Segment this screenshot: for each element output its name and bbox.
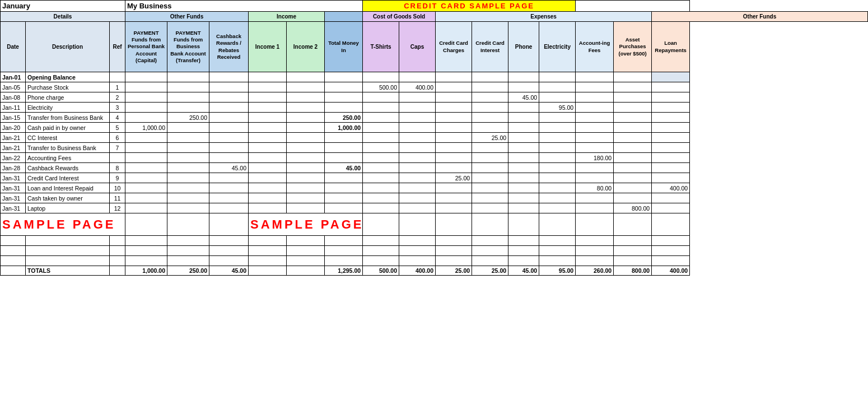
table-row: Jan-31 Cash taken by owner 11 (1, 193, 868, 203)
cell-p2 (167, 183, 209, 193)
cell-tm (325, 72, 363, 82)
cell-el (539, 173, 576, 183)
cell-lr (652, 236, 690, 246)
cell-caps: 400.00 (399, 82, 436, 92)
total-tm: 1,295.00 (325, 266, 363, 276)
cell-ccc (436, 183, 472, 193)
cell-cci (472, 256, 508, 266)
cell-caps (399, 163, 436, 173)
cell-caps (399, 123, 436, 133)
cell-cb (209, 213, 249, 236)
cell-ref (110, 153, 125, 163)
cell-i2 (287, 246, 325, 256)
cell-desc (26, 256, 110, 266)
cell-ref: 11 (110, 193, 125, 203)
cell-p1 (125, 173, 167, 183)
cell-i2 (287, 193, 325, 203)
cell-i2 (287, 153, 325, 163)
cell-ap (614, 236, 652, 246)
table-row: Jan-28 Cashback Rewards 8 45.00 45.00 (1, 163, 868, 173)
cell-af (576, 72, 614, 82)
cell-cb (209, 92, 249, 103)
cell-tm: 250.00 (325, 113, 363, 123)
col-assetpurchases: Asset Purchases (over $500) (614, 22, 652, 72)
total-p2: 250.00 (167, 266, 209, 276)
sample-text-left: SAMPLE PAGE (1, 213, 125, 236)
cell-ts (363, 133, 399, 143)
cell-caps (399, 173, 436, 183)
cell-p2 (167, 173, 209, 183)
cell-ap (614, 123, 652, 133)
cell-ap (614, 163, 652, 173)
section-details: Details (1, 12, 125, 22)
col-ccinterest: Credit Card Interest (472, 22, 508, 72)
cell-p2 (167, 246, 209, 256)
cell-desc: Transfer to Business Bank (26, 143, 110, 153)
cell-lr: 400.00 (652, 183, 690, 193)
cell-ts: 500.00 (363, 82, 399, 92)
cell-ref: 8 (110, 163, 125, 173)
cell-tm (325, 203, 363, 213)
cell-ph (508, 183, 539, 193)
cell-tm (325, 256, 363, 266)
total-ph: 45.00 (508, 266, 539, 276)
cell-desc: Cash taken by owner (26, 193, 110, 203)
cell-el (539, 82, 576, 92)
cell-ref: 3 (110, 103, 125, 113)
section-otherfunds: Other Funds (125, 12, 249, 22)
cell-p1 (125, 193, 167, 203)
cell-ph (508, 153, 539, 163)
cell-cci (472, 163, 508, 173)
cell-p2 (167, 133, 209, 143)
cell-i2 (287, 163, 325, 173)
cell-date: Jan-15 (1, 113, 26, 123)
cell-ccc (436, 143, 472, 153)
cell-cci (472, 82, 508, 92)
cell-ph (508, 133, 539, 143)
cell-af (576, 113, 614, 123)
creditcard-title: CREDIT CARD SAMPLE PAGE (363, 1, 576, 12)
cell-i1 (249, 256, 287, 266)
cell-af (576, 193, 614, 203)
cell-el (539, 236, 576, 246)
cell-i2 (287, 256, 325, 266)
cell-af (576, 213, 614, 236)
total-cb: 45.00 (209, 266, 249, 276)
cell-desc: Purchase Stock (26, 82, 110, 92)
cell-i2 (287, 236, 325, 246)
cell-ts (363, 103, 399, 113)
cell-caps (399, 236, 436, 246)
cell-ccc (436, 203, 472, 213)
cell-caps (399, 203, 436, 213)
table-row: Jan-15 Transfer from Business Bank 4 250… (1, 113, 868, 123)
cell-ref: 2 (110, 92, 125, 103)
cell-tm (325, 103, 363, 113)
table-row: Jan-31 Loan and Interest Repaid 10 80.00… (1, 183, 868, 193)
cell-ap (614, 256, 652, 266)
cell-caps (399, 193, 436, 203)
total-ccc: 25.00 (436, 266, 472, 276)
col-phone: Phone (508, 22, 539, 72)
cell-ts (363, 236, 399, 246)
cell-p1 (125, 246, 167, 256)
cell-tm (325, 183, 363, 193)
cell-ap (614, 92, 652, 103)
cell-i1 (249, 183, 287, 193)
cell-p1 (125, 72, 167, 82)
section-totalmoney (325, 12, 363, 22)
cell-af (576, 92, 614, 103)
table-row: Jan-20 Cash paid in by owner 5 1,000.00 … (1, 123, 868, 133)
cell-desc: Transfer from Business Bank (26, 113, 110, 123)
cell-cb (209, 183, 249, 193)
cell-cci (472, 193, 508, 203)
cell-date: Jan-01 (1, 72, 26, 82)
cell-cci (472, 246, 508, 256)
cell-af: 80.00 (576, 183, 614, 193)
cell-date: Jan-28 (1, 163, 26, 173)
table-row: Jan-22 Accounting Fees 180.00 (1, 153, 868, 163)
cell-i2 (287, 113, 325, 123)
cell-ts (363, 72, 399, 82)
cell-desc: Electricity (26, 103, 110, 113)
cell-ap (614, 193, 652, 203)
cell-cb (209, 193, 249, 203)
